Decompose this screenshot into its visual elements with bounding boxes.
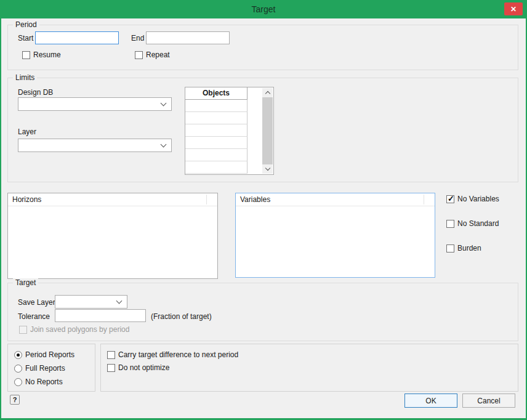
limits-legend: Limits [13,73,37,82]
horizons-list[interactable]: Horizons [7,193,218,279]
horizons-list-body[interactable] [8,206,217,278]
horizons-header-label: Horizons [12,195,41,204]
checkbox-box [446,220,454,228]
start-input[interactable] [35,31,119,44]
chevron-down-icon [161,142,167,148]
ok-button-label: OK [425,397,436,405]
objects-table-row[interactable] [185,124,247,137]
checkbox-box [135,51,143,59]
cancel-button-label: Cancel [477,397,500,405]
target-dialog: Target ✕ Period Start End Resume Repeat … [0,0,527,420]
no-variables-label: No Variables [457,195,499,203]
join-polygons-label: Join saved polygons by period [30,325,129,334]
variables-list[interactable]: Variables [235,193,435,278]
end-input[interactable] [146,31,230,44]
cancel-button[interactable]: Cancel [462,394,515,408]
design-db-label: Design DB [18,88,53,97]
limits-group: Limits Design DB Layer Objects [7,78,518,182]
no-standard-label: No Standard [457,219,499,228]
save-layer-label: Save Layer [18,298,55,307]
chevron-down-icon [265,166,270,171]
no-variables-checkbox[interactable]: No Variables [446,195,499,203]
titlebar[interactable]: Target ✕ [0,0,527,18]
options-group: Carry target difference to next period D… [100,344,518,392]
period-legend: Period [13,20,39,29]
scrollbar-thumb[interactable] [262,97,273,164]
full-reports-label: Full Reports [25,364,65,373]
variables-list-body[interactable] [236,206,435,277]
carry-difference-label: Carry target difference to next period [118,350,238,359]
reports-group: Period Reports Full Reports No Reports [7,344,95,392]
tolerance-input[interactable] [55,309,146,322]
chevron-up-icon [265,91,270,96]
checkbox-box [107,364,115,372]
scroll-down-button[interactable] [262,164,273,174]
checkbox-box [107,351,115,359]
target-legend: Target [13,278,38,287]
end-label: End [131,34,144,42]
close-icon: ✕ [510,6,517,13]
objects-table-row[interactable] [185,100,247,112]
target-group: Target Save Layer Tolerance (Fraction of… [7,283,518,341]
layer-select[interactable] [18,139,172,152]
checkbox-box [446,195,454,203]
checkbox-box [22,51,30,59]
horizons-header: Horizons [8,193,217,206]
no-reports-radio[interactable]: No Reports [14,378,63,386]
objects-column-header[interactable]: Objects [185,87,247,100]
objects-table[interactable]: Objects [185,87,274,175]
checkbox-box [19,326,27,334]
no-standard-checkbox[interactable]: No Standard [446,219,499,228]
objects-table-row[interactable] [185,149,247,161]
burden-checkbox[interactable]: Burden [446,244,481,252]
period-reports-label: Period Reports [25,350,74,359]
objects-scrollbar[interactable] [262,88,273,174]
objects-table-row[interactable] [185,112,247,124]
window-title: Target [252,4,276,14]
repeat-checkbox[interactable]: Repeat [135,50,170,59]
carry-difference-checkbox[interactable]: Carry target difference to next period [107,350,238,359]
radio-dot [14,351,22,359]
start-label: Start [18,34,33,42]
period-reports-radio[interactable]: Period Reports [14,350,74,359]
save-layer-select[interactable] [55,295,127,309]
objects-table-row[interactable] [185,161,247,174]
help-button[interactable]: ? [10,395,20,405]
checkbox-box [446,244,454,252]
column-divider [206,195,207,204]
ok-button[interactable]: OK [404,394,457,408]
design-db-select[interactable] [18,97,172,111]
period-group: Period Start End Resume Repeat [7,25,518,70]
radio-dot [14,365,22,373]
close-button[interactable]: ✕ [504,2,523,15]
layer-label: Layer [18,127,36,136]
chevron-down-icon [161,100,167,107]
repeat-checkbox-label: Repeat [146,50,170,59]
resume-checkbox-label: Resume [33,50,61,59]
variables-header-label: Variables [240,195,270,204]
do-not-optimize-checkbox[interactable]: Do not optimize [107,363,169,372]
column-divider [424,195,424,204]
no-reports-label: No Reports [25,378,63,386]
window-border-left [0,0,1,420]
resume-checkbox[interactable]: Resume [22,50,61,59]
join-polygons-checkbox: Join saved polygons by period [19,325,129,334]
full-reports-radio[interactable]: Full Reports [14,364,65,373]
objects-table-row[interactable] [185,137,247,149]
scroll-up-button[interactable] [262,88,273,97]
tolerance-hint: (Fraction of target) [151,312,212,321]
radio-dot [14,378,22,386]
burden-label: Burden [457,244,481,252]
chevron-down-icon [116,298,123,304]
help-icon: ? [13,396,17,403]
tolerance-label: Tolerance [18,312,50,321]
variables-header: Variables [236,193,435,206]
do-not-optimize-label: Do not optimize [118,363,169,372]
